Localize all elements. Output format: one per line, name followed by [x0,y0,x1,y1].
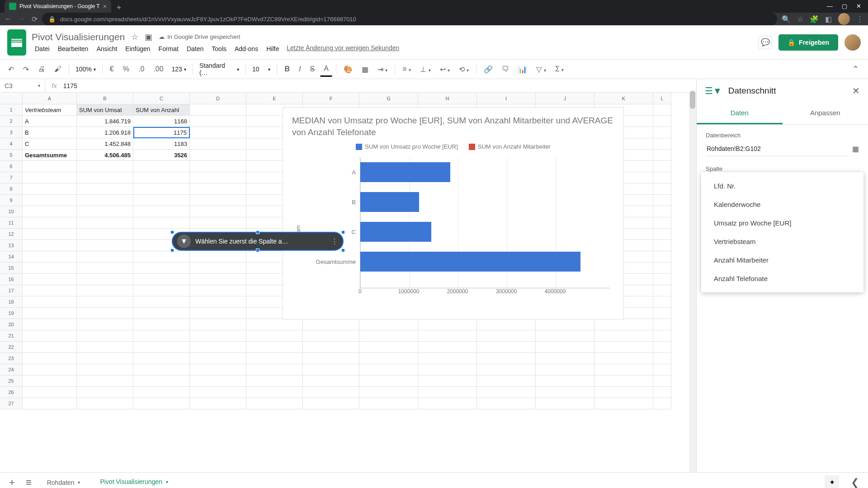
cell[interactable] [190,398,246,409]
cell-reference-box[interactable]: C3 ▾ [0,79,45,92]
cell[interactable] [190,387,246,398]
cell[interactable] [133,296,190,308]
print-button[interactable]: 🖨 [34,62,49,76]
cell[interactable] [653,104,671,116]
cell[interactable] [190,330,246,342]
last-edit-link[interactable]: Letzte Änderung vor wenigen Sekunden [287,44,399,53]
col-header[interactable]: J [536,93,594,104]
cell[interactable] [77,240,133,251]
cell[interactable] [77,398,133,409]
star-icon[interactable]: ☆ [131,32,138,42]
comment-button[interactable]: 🗨 [498,62,513,76]
cell[interactable] [77,285,133,296]
cell[interactable]: 4.506.485 [77,150,133,161]
row-header[interactable]: 1 [0,104,23,116]
redo-button[interactable]: ↷ [19,62,33,76]
all-sheets-button[interactable]: ≡ [23,477,34,488]
cell[interactable] [477,319,536,330]
borders-button[interactable]: ▦ [358,62,372,76]
cell[interactable] [418,330,477,342]
cell[interactable] [190,353,246,364]
strike-button[interactable]: S [307,62,319,76]
cell[interactable] [359,398,418,409]
cell[interactable] [77,353,133,364]
profile-avatar[interactable] [838,13,850,25]
row-header[interactable]: 24 [0,364,23,375]
cell[interactable] [190,319,246,330]
tab-anpassen[interactable]: Anpassen [783,103,868,124]
cell[interactable] [653,353,671,364]
row-header[interactable]: 5 [0,150,23,161]
cell[interactable] [77,172,133,183]
reload-icon[interactable]: ⟳ [32,15,38,23]
menu-format[interactable]: Format [156,44,182,53]
col-header[interactable]: G [359,93,418,104]
cell[interactable] [23,251,77,263]
cell[interactable] [536,353,594,364]
wrap-button[interactable]: ↩ ▾ [436,62,453,76]
cell[interactable] [23,319,77,330]
column-option[interactable]: Vertriebsteam [701,232,863,251]
cell[interactable] [77,296,133,308]
cell[interactable]: B [23,127,77,138]
cell[interactable] [536,330,594,342]
cell[interactable] [594,387,653,398]
cell[interactable] [653,364,671,375]
cell[interactable] [594,375,653,387]
cell[interactable] [133,319,190,330]
cell[interactable] [303,398,359,409]
cell[interactable] [653,138,671,150]
cell[interactable] [77,206,133,217]
cell[interactable] [246,398,303,409]
more-icon[interactable]: ⋮ [331,237,338,246]
cell[interactable] [133,387,190,398]
cell[interactable] [133,217,190,229]
cell[interactable] [653,398,671,409]
cell[interactable] [190,150,246,161]
row-header[interactable]: 6 [0,161,23,172]
cell[interactable] [190,296,246,308]
close-icon[interactable]: ✕ [852,85,860,96]
cell[interactable] [594,330,653,342]
col-header[interactable]: K [594,93,653,104]
formula-input[interactable]: 1175 [63,82,77,89]
merge-button[interactable]: ⇥ ▾ [374,62,391,76]
cell[interactable] [246,330,303,342]
cell[interactable] [477,364,536,375]
cell[interactable] [190,104,246,116]
cell[interactable] [23,342,77,353]
cell[interactable] [418,319,477,330]
cell[interactable] [477,398,536,409]
col-header[interactable]: B [77,93,133,104]
cell[interactable] [594,364,653,375]
cell[interactable]: Vertriebsteam [23,104,77,116]
row-header[interactable]: 3 [0,127,23,138]
cell[interactable] [23,263,77,274]
cell[interactable] [23,398,77,409]
cell[interactable] [653,161,671,172]
cell[interactable] [653,330,671,342]
cell[interactable] [77,251,133,263]
cell[interactable] [303,387,359,398]
cell[interactable] [77,387,133,398]
cell[interactable] [23,206,77,217]
cell[interactable] [133,375,190,387]
bold-button[interactable]: B [281,62,293,76]
cell[interactable] [303,364,359,375]
cell[interactable] [77,364,133,375]
col-header[interactable]: I [477,93,536,104]
row-header[interactable]: 4 [0,138,23,150]
row-header[interactable]: 10 [0,206,23,217]
cell[interactable] [23,274,77,285]
cell[interactable] [303,342,359,353]
fontsize-select[interactable]: 10 ▾ [250,64,274,75]
grid-select-icon[interactable]: ▦ [852,145,859,153]
cell[interactable] [133,330,190,342]
cell[interactable] [133,183,190,195]
cell[interactable]: 1.846.719 [77,116,133,127]
cell[interactable] [133,251,190,263]
extensions-icon[interactable]: 🧩 [810,15,819,23]
cell[interactable] [418,364,477,375]
cell[interactable] [77,229,133,240]
cell[interactable] [190,375,246,387]
